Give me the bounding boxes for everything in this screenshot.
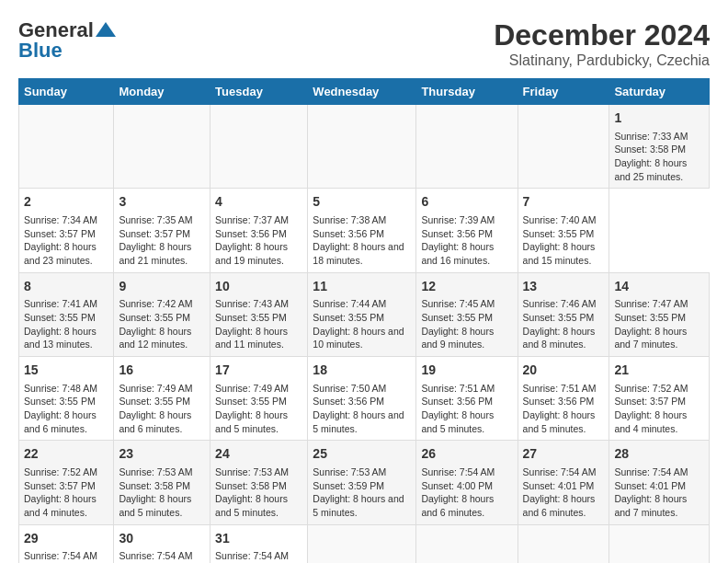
sunset-text: Sunset: 3:55 PM [215, 311, 302, 325]
table-row: 11Sunrise: 7:44 AMSunset: 3:55 PMDayligh… [308, 272, 416, 356]
sunrise-text: Sunrise: 7:46 AM [523, 297, 605, 311]
sunset-text: Sunset: 3:55 PM [523, 311, 605, 325]
sunrise-text: Sunrise: 7:49 AM [119, 382, 205, 396]
daylight-text: Daylight: 8 hours and 5 minutes. [119, 492, 205, 519]
table-row: 10Sunrise: 7:43 AMSunset: 3:55 PMDayligh… [210, 272, 308, 356]
table-row [416, 524, 518, 563]
table-row [114, 105, 210, 189]
day-number: 31 [215, 530, 302, 548]
sunset-text: Sunset: 3:57 PM [24, 479, 108, 493]
table-row: 24Sunrise: 7:53 AMSunset: 3:58 PMDayligh… [210, 441, 308, 524]
daylight-text: Daylight: 8 hours and 18 minutes. [313, 240, 411, 267]
logo-text-blue: Blue [18, 39, 63, 63]
daylight-text: Daylight: 8 hours and 7 minutes. [614, 492, 704, 519]
day-number: 8 [24, 278, 108, 296]
day-header-sunday: Sunday [19, 79, 114, 105]
title-block: December 2024 Slatinany, Pardubicky, Cze… [494, 18, 710, 69]
table-row: 15Sunrise: 7:48 AMSunset: 3:55 PMDayligh… [19, 357, 114, 441]
day-number: 10 [215, 278, 302, 296]
month-title: December 2024 [494, 18, 710, 52]
sunrise-text: Sunrise: 7:51 AM [523, 382, 605, 396]
sunrise-text: Sunrise: 7:45 AM [421, 297, 512, 311]
table-row: 20Sunrise: 7:51 AMSunset: 3:56 PMDayligh… [518, 357, 609, 441]
sunrise-text: Sunrise: 7:41 AM [24, 297, 108, 311]
daylight-text: Daylight: 8 hours and 11 minutes. [215, 325, 302, 351]
sunrise-text: Sunrise: 7:50 AM [313, 382, 411, 396]
daylight-text: Daylight: 8 hours and 16 minutes. [421, 240, 512, 267]
day-number: 11 [313, 278, 411, 296]
sunset-text: Sunset: 3:56 PM [523, 395, 605, 408]
day-number: 29 [24, 530, 108, 548]
daylight-text: Daylight: 8 hours and 5 minutes. [313, 408, 411, 435]
table-row [518, 105, 609, 189]
sunrise-text: Sunrise: 7:53 AM [215, 465, 302, 479]
day-number: 28 [614, 445, 704, 464]
daylight-text: Daylight: 8 hours and 9 minutes. [421, 325, 512, 351]
sunset-text: Sunset: 3:55 PM [313, 311, 411, 325]
logo-triangle-icon [96, 20, 116, 40]
sunset-text: Sunset: 3:55 PM [119, 395, 205, 408]
sunrise-text: Sunrise: 7:53 AM [313, 465, 411, 479]
daylight-text: Daylight: 8 hours and 8 minutes. [523, 325, 605, 351]
day-number: 3 [119, 193, 205, 212]
table-row [308, 105, 416, 189]
table-row [210, 105, 308, 189]
table-row: 22Sunrise: 7:52 AMSunset: 3:57 PMDayligh… [19, 441, 114, 524]
daylight-text: Daylight: 8 hours and 4 minutes. [24, 492, 108, 519]
sunset-text: Sunset: 3:55 PM [24, 395, 108, 408]
day-number: 18 [313, 362, 411, 380]
sunrise-text: Sunrise: 7:47 AM [614, 297, 704, 311]
day-number: 7 [523, 193, 605, 212]
daylight-text: Daylight: 8 hours and 13 minutes. [24, 325, 108, 351]
sunset-text: Sunset: 4:01 PM [523, 479, 605, 493]
sunrise-text: Sunrise: 7:54 AM [523, 465, 605, 479]
daylight-text: Daylight: 8 hours and 19 minutes. [215, 240, 302, 267]
day-number: 5 [313, 193, 411, 212]
day-number: 9 [119, 278, 205, 296]
day-number: 13 [523, 278, 605, 296]
daylight-text: Daylight: 8 hours and 5 minutes. [215, 408, 302, 435]
daylight-text: Daylight: 8 hours and 25 minutes. [614, 156, 704, 183]
week-row-4: 15Sunrise: 7:48 AMSunset: 3:55 PMDayligh… [19, 357, 710, 441]
table-row: 13Sunrise: 7:46 AMSunset: 3:55 PMDayligh… [518, 272, 609, 356]
sunset-text: Sunset: 3:55 PM [523, 227, 605, 241]
sunrise-text: Sunrise: 7:51 AM [421, 382, 512, 396]
table-row: 29Sunrise: 7:54 AMSunset: 4:02 PMDayligh… [19, 524, 114, 563]
week-row-1: 1Sunrise: 7:33 AMSunset: 3:58 PMDaylight… [19, 105, 710, 189]
day-number: 20 [523, 362, 605, 380]
sunrise-text: Sunrise: 7:54 AM [614, 465, 704, 479]
day-header-wednesday: Wednesday [308, 79, 416, 105]
sunrise-text: Sunrise: 7:43 AM [215, 297, 302, 311]
day-header-saturday: Saturday [609, 79, 710, 105]
sunrise-text: Sunrise: 7:40 AM [523, 213, 605, 227]
sunset-text: Sunset: 3:55 PM [24, 311, 108, 325]
daylight-text: Daylight: 8 hours and 5 minutes. [313, 492, 411, 519]
sunset-text: Sunset: 3:56 PM [313, 227, 411, 241]
daylight-text: Daylight: 8 hours and 7 minutes. [614, 325, 704, 351]
daylight-text: Daylight: 8 hours and 5 minutes. [215, 492, 302, 519]
sunset-text: Sunset: 3:55 PM [119, 311, 205, 325]
table-row: 27Sunrise: 7:54 AMSunset: 4:01 PMDayligh… [518, 441, 609, 524]
day-number: 6 [421, 193, 512, 212]
table-row: 12Sunrise: 7:45 AMSunset: 3:55 PMDayligh… [416, 272, 518, 356]
sunset-text: Sunset: 4:00 PM [421, 479, 512, 493]
day-number: 27 [523, 445, 605, 464]
table-row [416, 105, 518, 189]
table-row: 26Sunrise: 7:54 AMSunset: 4:00 PMDayligh… [416, 441, 518, 524]
day-header-tuesday: Tuesday [210, 79, 308, 105]
calendar-table: SundayMondayTuesdayWednesdayThursdayFrid… [18, 78, 710, 563]
logo: General Blue [18, 18, 116, 63]
sunrise-text: Sunrise: 7:54 AM [24, 549, 108, 563]
table-row: 31Sunrise: 7:54 AMSunset: 4:04 PMDayligh… [210, 524, 308, 563]
sunset-text: Sunset: 3:56 PM [313, 395, 411, 408]
table-row [19, 105, 114, 189]
sunset-text: Sunset: 3:56 PM [215, 227, 302, 241]
subtitle: Slatinany, Pardubicky, Czechia [494, 52, 710, 69]
sunset-text: Sunset: 3:57 PM [614, 395, 704, 408]
table-row: 2Sunrise: 7:34 AMSunset: 3:57 PMDaylight… [19, 189, 114, 272]
day-number: 4 [215, 193, 302, 212]
day-number: 16 [119, 362, 205, 380]
day-number: 25 [313, 445, 411, 464]
table-row: 21Sunrise: 7:52 AMSunset: 3:57 PMDayligh… [609, 357, 710, 441]
svg-marker-0 [96, 22, 116, 37]
